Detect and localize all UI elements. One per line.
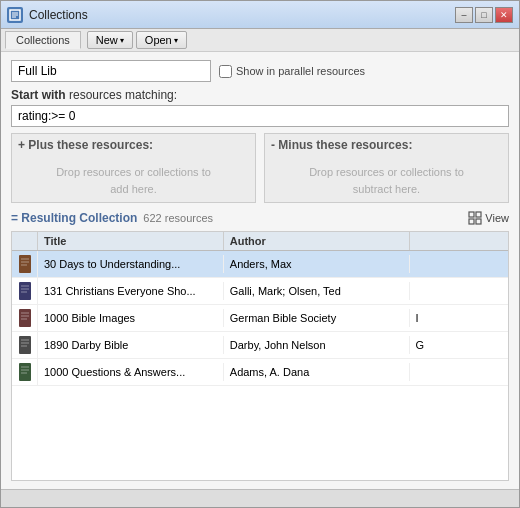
- tab-collections[interactable]: Collections: [5, 31, 81, 49]
- show-parallel-label: Show in parallel resources: [219, 65, 365, 78]
- svg-rect-6: [469, 219, 474, 224]
- svg-rect-24: [19, 363, 31, 381]
- row-icon: [12, 332, 38, 358]
- new-button[interactable]: New ▾: [87, 31, 133, 49]
- row-icon: [12, 278, 38, 304]
- th-last: [410, 232, 508, 250]
- results-label: = Resulting Collection: [11, 211, 137, 225]
- titlebar: Collections – □ ✕: [1, 1, 519, 29]
- view-button[interactable]: View: [468, 211, 509, 225]
- row-title: 1890 Darby Bible: [38, 336, 224, 354]
- minus-drop-box: - Minus these resources: Drop resources …: [264, 133, 509, 203]
- row-author: German Bible Society: [224, 309, 410, 327]
- tab-strip: Collections: [5, 31, 81, 49]
- svg-rect-16: [19, 309, 31, 327]
- start-with-section: Start with resources matching:: [11, 88, 509, 127]
- name-row: Show in parallel resources: [11, 60, 509, 82]
- svg-rect-20: [19, 336, 31, 354]
- table-row[interactable]: 30 Days to Understanding...Anders, Max: [12, 251, 508, 278]
- row-icon: [12, 359, 38, 385]
- window-controls: – □ ✕: [455, 7, 513, 23]
- row-author: Galli, Mark; Olsen, Ted: [224, 282, 410, 300]
- row-extra: [410, 261, 508, 267]
- toolbar: Collections New ▾ Open ▾: [1, 29, 519, 52]
- table-body: 30 Days to Understanding...Anders, Max13…: [12, 251, 508, 480]
- row-title: 30 Days to Understanding...: [38, 255, 224, 273]
- row-author: Anders, Max: [224, 255, 410, 273]
- content-area: Show in parallel resources Start with re…: [1, 52, 519, 489]
- open-dropdown-arrow: ▾: [174, 36, 178, 45]
- view-icon: [468, 211, 482, 225]
- th-icon: [12, 232, 38, 250]
- table-row[interactable]: 1000 Bible ImagesGerman Bible SocietyI: [12, 305, 508, 332]
- minus-hint: Drop resources or collections tosubtract…: [271, 164, 502, 197]
- th-title: Title: [38, 232, 224, 250]
- new-dropdown-arrow: ▾: [120, 36, 124, 45]
- plus-minus-row: + Plus these resources: Drop resources o…: [11, 133, 509, 203]
- row-title: 131 Christians Everyone Sho...: [38, 282, 224, 300]
- svg-rect-7: [476, 219, 481, 224]
- main-window: Collections – □ ✕ Collections New ▾ Open…: [0, 0, 520, 508]
- table-row[interactable]: 1890 Darby BibleDarby, John NelsonG: [12, 332, 508, 359]
- svg-rect-12: [19, 282, 31, 300]
- app-icon: [7, 7, 23, 23]
- plus-header: + Plus these resources:: [18, 138, 249, 152]
- results-table: Title Author 30 Days to Understanding...…: [11, 231, 509, 481]
- row-author: Darby, John Nelson: [224, 336, 410, 354]
- th-author: Author: [224, 232, 410, 250]
- row-extra: [410, 288, 508, 294]
- svg-rect-5: [476, 212, 481, 217]
- row-extra: I: [410, 309, 508, 327]
- row-title: 1000 Questions & Answers...: [38, 363, 224, 381]
- close-button[interactable]: ✕: [495, 7, 513, 23]
- filter-input[interactable]: [11, 105, 509, 127]
- window-title: Collections: [29, 8, 455, 22]
- minimize-button[interactable]: –: [455, 7, 473, 23]
- row-extra: G: [410, 336, 508, 354]
- table-row[interactable]: 1000 Questions & Answers...Adams, A. Dan…: [12, 359, 508, 386]
- row-title: 1000 Bible Images: [38, 309, 224, 327]
- row-author: Adams, A. Dana: [224, 363, 410, 381]
- show-parallel-checkbox[interactable]: [219, 65, 232, 78]
- toolbar-buttons: New ▾ Open ▾: [87, 31, 187, 49]
- start-with-label: Start with resources matching:: [11, 88, 509, 102]
- plus-hint: Drop resources or collections toadd here…: [18, 164, 249, 197]
- table-row[interactable]: 131 Christians Everyone Sho...Galli, Mar…: [12, 278, 508, 305]
- row-extra: [410, 369, 508, 375]
- maximize-button[interactable]: □: [475, 7, 493, 23]
- results-count: 622 resources: [143, 212, 213, 224]
- open-button[interactable]: Open ▾: [136, 31, 187, 49]
- results-header: = Resulting Collection 622 resources Vie…: [11, 209, 509, 225]
- svg-rect-8: [19, 255, 31, 273]
- minus-header: - Minus these resources:: [271, 138, 502, 152]
- plus-drop-box: + Plus these resources: Drop resources o…: [11, 133, 256, 203]
- table-header: Title Author: [12, 232, 508, 251]
- row-icon: [12, 305, 38, 331]
- svg-rect-4: [469, 212, 474, 217]
- collection-name-input[interactable]: [11, 60, 211, 82]
- statusbar: [1, 489, 519, 507]
- row-icon: [12, 251, 38, 277]
